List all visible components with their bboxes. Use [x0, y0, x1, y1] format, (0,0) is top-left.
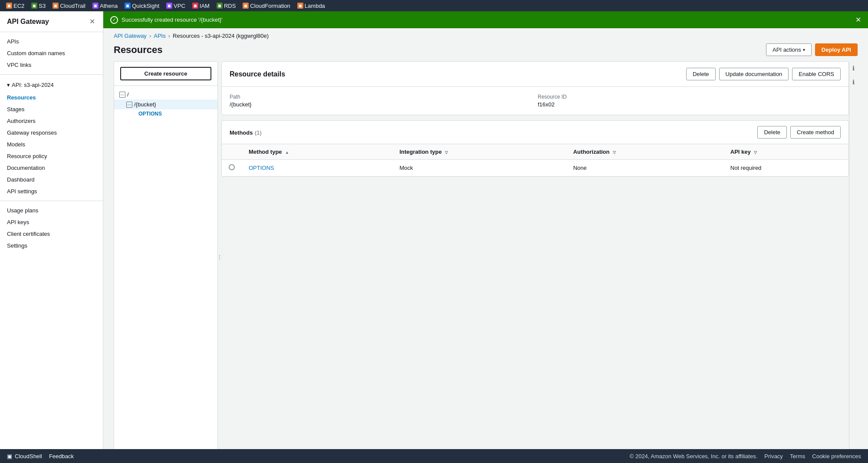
sidebar-divider-2 [0, 201, 103, 201]
enable-cors-button[interactable]: Enable CORS [792, 68, 841, 80]
bottom-bar-left: ▣ CloudShell Feedback [7, 453, 74, 460]
resources-panel: Create resource — / — /{bucket} OPTIONS [114, 61, 218, 453]
sidebar-item-resource-policy[interactable]: Resource policy [0, 150, 103, 162]
sidebar-item-resources[interactable]: Resources [0, 92, 103, 103]
sidebar-item-client-certs[interactable]: Client certificates [0, 228, 103, 240]
cloudshell-label: CloudShell [15, 453, 42, 460]
api-label: ▾ API: s3-api-2024 [0, 78, 103, 92]
topbar-label-lambda: Lambda [305, 3, 325, 9]
col-method-type-header[interactable]: Method type ▲ [242, 144, 392, 160]
topbar-item-cloudformation[interactable]: ▣ CloudFormation [240, 2, 293, 10]
content-area: Create resource — / — /{bucket} OPTIONS [103, 61, 868, 463]
options-method-link[interactable]: OPTIONS [249, 165, 274, 171]
copyright-text: © 2024, Amazon Web Services, Inc. or its… [630, 453, 758, 460]
breadcrumb-current: Resources - s3-api-2024 (kggwrgl80e) [173, 33, 269, 39]
row-select-radio[interactable] [229, 164, 235, 170]
sort-desc-icon-auth: ▽ [613, 150, 616, 155]
sidebar-item-documentation[interactable]: Documentation [0, 162, 103, 174]
row-method-type-cell: OPTIONS [242, 160, 392, 176]
sort-asc-icon: ▲ [285, 150, 289, 155]
methods-table: Method type ▲ Integration type ▽ Authori… [222, 144, 848, 176]
sidebar-item-usage-plans[interactable]: Usage plans [0, 205, 103, 216]
delete-resource-button[interactable]: Delete [686, 68, 716, 80]
success-banner: ✓ Successfully created resource '/{bucke… [103, 11, 868, 28]
sidebar-item-api-keys[interactable]: API keys [0, 216, 103, 228]
methods-table-head: Method type ▲ Integration type ▽ Authori… [222, 144, 848, 160]
breadcrumb-apis[interactable]: APIs [154, 33, 165, 39]
row-api-key-cell: Not required [723, 160, 848, 176]
bottom-bar: ▣ CloudShell Feedback © 2024, Amazon Web… [0, 449, 868, 463]
topbar-item-athena[interactable]: ▣ Athena [90, 2, 120, 10]
resource-id-label: Resource ID [538, 94, 841, 100]
topbar-item-vpc[interactable]: ▣ VPC [164, 2, 188, 10]
deploy-api-button[interactable]: Deploy API [815, 43, 858, 56]
topbar-item-ec2[interactable]: ▣ EC2 [3, 2, 27, 10]
breadcrumb-api-gateway[interactable]: API Gateway [114, 33, 147, 39]
delete-method-button[interactable]: Delete [757, 126, 787, 139]
methods-table-header-row: Method type ▲ Integration type ▽ Authori… [222, 144, 848, 160]
cloudformation-icon: ▣ [243, 3, 249, 9]
topbar-label-cloudformation: CloudFormation [250, 3, 290, 9]
cookie-preferences-link[interactable]: Cookie preferences [812, 453, 861, 460]
topbar-label-ec2: EC2 [13, 3, 24, 9]
sidebar-item-stages[interactable]: Stages [0, 103, 103, 115]
topbar-item-quicksight[interactable]: ▣ QuickSight [122, 2, 162, 10]
cloudshell-button[interactable]: ▣ CloudShell [7, 453, 42, 460]
create-resource-button[interactable]: Create resource [120, 67, 211, 80]
sidebar: API Gateway ✕ APIs Custom domain names V… [0, 11, 103, 463]
topbar-item-lambda[interactable]: ▣ Lambda [295, 2, 328, 10]
breadcrumb: API Gateway › APIs › Resources - s3-api-… [103, 28, 868, 39]
topbar-label-rds: RDS [224, 3, 236, 9]
sidebar-item-gateway-responses[interactable]: Gateway responses [0, 127, 103, 139]
resource-tree-item-options[interactable]: OPTIONS [114, 109, 217, 118]
sidebar-item-authorizers[interactable]: Authorizers [0, 115, 103, 127]
row-select-cell [222, 160, 242, 176]
resource-details-title: Resource details [230, 70, 285, 78]
update-documentation-button[interactable]: Update documentation [719, 68, 789, 80]
topbar-item-cloudtrail[interactable]: ▣ CloudTrail [50, 2, 88, 10]
sidebar-item-apis[interactable]: APIs [0, 36, 103, 47]
table-row: OPTIONS Mock None Not required [222, 160, 848, 176]
sidebar-item-api-settings[interactable]: API settings [0, 185, 103, 197]
sidebar-item-models[interactable]: Models [0, 139, 103, 150]
s3-icon: ▣ [31, 3, 37, 9]
col-api-key-header[interactable]: API key ▽ [723, 144, 848, 160]
topbar-item-iam[interactable]: ▣ IAM [190, 2, 212, 10]
lambda-icon: ▣ [297, 3, 303, 9]
resource-details-header: Resource details Delete Update documenta… [222, 62, 848, 87]
sidebar-item-custom-domain[interactable]: Custom domain names [0, 47, 103, 59]
topbar-item-rds[interactable]: ▣ RDS [214, 2, 238, 10]
sidebar-item-settings[interactable]: Settings [0, 240, 103, 251]
methods-header: Methods (1) Delete Create method [222, 121, 848, 144]
banner-close-button[interactable]: ✕ [855, 16, 861, 24]
breadcrumb-sep-2: › [168, 33, 170, 39]
resource-tree-item-root[interactable]: — / [114, 89, 217, 99]
feedback-link[interactable]: Feedback [49, 453, 74, 460]
methods-count: (1) [255, 129, 262, 136]
right-info-panel: ℹ ℹ [849, 61, 858, 453]
sidebar-item-vpc-links[interactable]: VPC links [0, 59, 103, 71]
resource-tree-item-bucket[interactable]: — /{bucket} [114, 99, 217, 109]
main-content: ✓ Successfully created resource '/{bucke… [103, 11, 868, 463]
topbar-item-s3[interactable]: ▣ S3 [29, 2, 48, 10]
col-authorization-header[interactable]: Authorization ▽ [566, 144, 723, 160]
resource-tree-expand-icon: — [119, 92, 125, 98]
page-actions: API actions ▾ Deploy API [766, 43, 858, 56]
info-icon-top[interactable]: ℹ [852, 65, 855, 72]
methods-card: Methods (1) Delete Create method [221, 120, 849, 177]
sidebar-close-button[interactable]: ✕ [89, 17, 96, 26]
rds-icon: ▣ [217, 3, 223, 9]
resource-tree-label-root: / [127, 91, 129, 98]
chevron-down-icon: ▾ [7, 82, 10, 88]
terms-link[interactable]: Terms [790, 453, 805, 460]
info-icon-bottom[interactable]: ℹ [852, 79, 855, 86]
resize-handle[interactable]: ⋮ [218, 61, 221, 453]
topbar-label-s3: S3 [39, 3, 46, 9]
create-method-button[interactable]: Create method [790, 126, 841, 139]
api-actions-button[interactable]: API actions ▾ [766, 43, 812, 56]
methods-actions: Delete Create method [757, 126, 841, 139]
privacy-link[interactable]: Privacy [764, 453, 783, 460]
col-integration-type-header[interactable]: Integration type ▽ [392, 144, 566, 160]
sidebar-item-dashboard[interactable]: Dashboard [0, 174, 103, 185]
resource-id-value: f16x02 [538, 101, 841, 108]
